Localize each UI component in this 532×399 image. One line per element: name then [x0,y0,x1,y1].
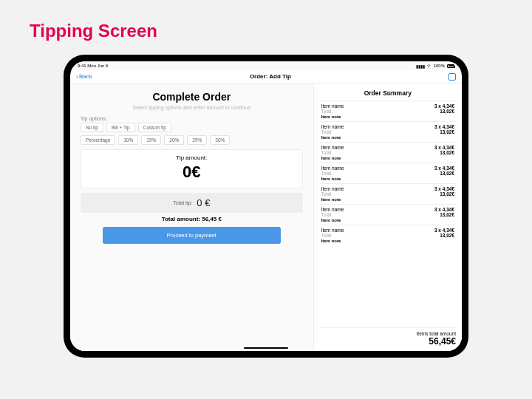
item-note: Item note [321,115,454,119]
tip-option-chip[interactable]: Percentage [81,135,115,145]
item-note: Item note [321,218,454,222]
tablet-frame: 9:41 Mon Jun 6 ▮▮▮▮ ᯤ 100% ‹ Back Order:… [64,55,468,358]
page-title: Tipping Screen [30,21,502,41]
status-battery-pct: 100% [434,64,445,68]
total-tip-label: Total tip: [173,200,192,205]
footer-value: 56,45€ [320,336,456,347]
main-panel: Complete Order Select tipping options an… [70,83,313,351]
tip-options-label: Tip options: [81,116,303,121]
item-note: Item note [321,197,454,202]
nav-bar: ‹ Back Order: Add Tip [70,70,462,83]
summary-footer: Items total amount 56,45€ [320,327,456,347]
summary-items: Item name 3 x 4,34€ Total 13,02€ Item no… [320,100,456,327]
tip-options-row-2: Percentage10%15%20%25%30% [81,135,303,145]
item-total-label: Total [321,191,332,197]
status-wifi-icon: ᯤ [427,64,432,68]
item-subtotal: 13,02€ [440,233,454,238]
item-note: Item note [321,239,454,243]
item-total-label: Total [321,212,332,217]
item-qty-price: 3 x 4,34€ [434,103,454,109]
footer-label: Items total amount [320,331,456,336]
back-label: Back [79,73,92,80]
tip-option-chip[interactable]: 10% [118,135,138,145]
total-amount-row: Total amount: 56,45 € [81,216,303,222]
summary-item: Item name 3 x 4,34€ Total 13,02€ Item no… [320,121,456,142]
tip-option-chip[interactable]: Bill + Tip [106,123,135,132]
item-name: Item name [321,228,344,233]
total-tip-strip: Total tip: 0 € [81,193,303,213]
item-total-label: Total [321,233,332,238]
screen: 9:41 Mon Jun 6 ▮▮▮▮ ᯤ 100% ‹ Back Order:… [70,61,462,351]
tip-option-chip[interactable]: 25% [187,135,207,145]
total-tip-value: 0 € [197,197,210,208]
item-note: Item note [321,156,454,160]
item-subtotal: 13,02€ [440,150,454,155]
item-qty-price: 3 x 4,34€ [434,228,454,233]
item-qty-price: 3 x 4,34€ [434,207,454,212]
summary-item: Item name 3 x 4,34€ Total 13,02€ Item no… [320,225,456,245]
battery-icon [447,64,454,68]
item-qty-price: 3 x 4,34€ [434,124,454,129]
item-total-label: Total [321,129,332,134]
home-indicator[interactable] [244,347,288,349]
tip-amount-card[interactable]: Tip amount: 0€ [81,149,303,188]
tip-option-chip[interactable]: 30% [210,135,230,145]
summary-item: Item name 3 x 4,34€ Total 13,02€ Item no… [320,183,456,204]
status-time: 9:41 Mon Jun 6 [78,64,108,68]
item-total-label: Total [321,109,332,114]
item-name: Item name [321,145,344,150]
item-subtotal: 13,02€ [440,171,454,176]
item-name: Item name [321,186,344,191]
tip-amount-label: Tip amount: [81,154,302,161]
item-qty-price: 3 x 4,34€ [434,186,454,191]
item-subtotal: 13,02€ [440,109,454,114]
summary-title: Order Summary [320,88,456,100]
nav-title: Order: Add Tip [250,73,291,80]
item-note: Item note [321,135,454,140]
item-note: Item note [321,177,454,181]
tip-options-row-1: No tipBill + TipCustom tip [81,123,303,132]
item-qty-price: 3 x 4,34€ [434,145,454,150]
item-total-label: Total [321,150,332,155]
item-subtotal: 13,02€ [440,212,454,217]
tip-option-chip[interactable]: 20% [164,135,184,145]
item-name: Item name [321,124,344,129]
status-signal-icon: ▮▮▮▮ [416,64,425,69]
summary-item: Item name 3 x 4,34€ Total 13,02€ Item no… [320,163,456,183]
item-name: Item name [321,103,344,109]
summary-item: Item name 3 x 4,34€ Total 13,02€ Item no… [320,100,456,121]
item-subtotal: 13,02€ [440,129,454,134]
item-qty-price: 3 x 4,34€ [434,166,454,171]
summary-item: Item name 3 x 4,34€ Total 13,02€ Item no… [320,204,456,225]
summary-item: Item name 3 x 4,34€ Total 13,02€ Item no… [320,142,456,163]
main-subtitle: Select tipping options and enter amount … [81,105,303,110]
item-name: Item name [321,207,344,212]
item-name: Item name [321,166,344,171]
order-summary-panel: Order Summary Item name 3 x 4,34€ Total … [313,83,462,351]
total-amount-label: Total amount: [162,216,200,222]
tip-amount-value: 0€ [81,163,302,182]
proceed-button[interactable]: Proceed to payment [103,227,280,244]
status-bar: 9:41 Mon Jun 6 ▮▮▮▮ ᯤ 100% [70,61,462,70]
chevron-left-icon: ‹ [76,73,78,81]
tip-option-chip[interactable]: Custom tip [138,123,171,132]
main-title: Complete Order [81,91,303,103]
item-total-label: Total [321,171,332,176]
nav-action-button[interactable] [449,73,456,81]
back-button[interactable]: ‹ Back [76,73,92,81]
item-subtotal: 13,02€ [440,191,454,197]
tip-option-chip[interactable]: No tip [81,123,103,132]
tip-option-chip[interactable]: 15% [141,135,161,145]
total-amount-value: 56,45 € [202,216,222,222]
